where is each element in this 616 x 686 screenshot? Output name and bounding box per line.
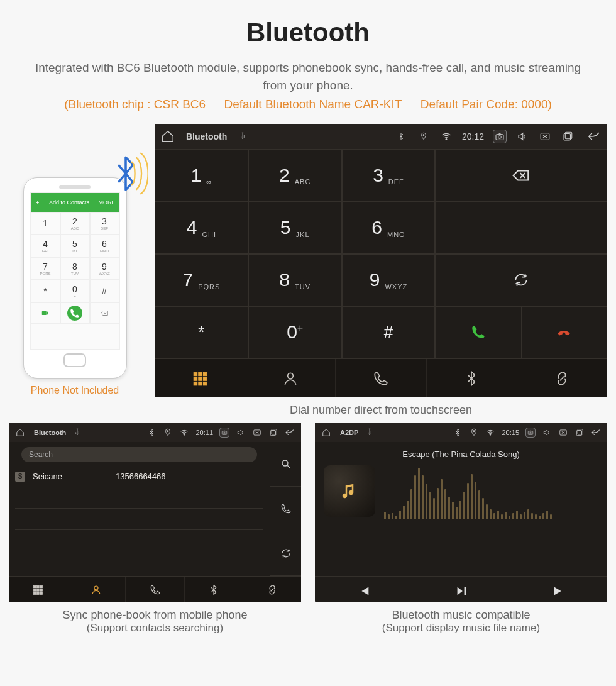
phone-mockup: ＋ Add to Contacts MORE 12ABC3DEF4GHI5JKL… xyxy=(23,177,127,379)
phonebook-caption: Sync phone-book from mobile phone xyxy=(9,609,301,622)
page-spec-line: (Bluetooth chip : CSR BC6 Default Blueto… xyxy=(0,97,616,111)
bluetooth-icon xyxy=(453,428,463,438)
dial-key-6[interactable]: 6MNO xyxy=(342,201,436,253)
volume-button[interactable] xyxy=(236,428,246,438)
screenshot-button[interactable] xyxy=(493,130,507,143)
recents-button[interactable] xyxy=(268,428,278,438)
tab-dialpad[interactable] xyxy=(155,359,245,397)
back-button[interactable] xyxy=(285,428,295,438)
phone-caption: Phone Not Included xyxy=(9,385,141,396)
phone-key-7[interactable]: 7PQRS xyxy=(31,257,60,280)
back-button[interactable] xyxy=(591,428,601,438)
phonebook-app-title: Bluetooth xyxy=(34,429,66,436)
tab-contacts[interactable] xyxy=(67,577,126,602)
hangup-button[interactable] xyxy=(521,307,607,358)
tab-pair[interactable] xyxy=(243,577,301,602)
music-note-icon xyxy=(340,482,359,501)
phone-key-0[interactable]: 0+ xyxy=(60,280,90,302)
home-icon[interactable] xyxy=(321,428,331,438)
phone-key-#[interactable]: # xyxy=(90,280,119,302)
home-icon[interactable] xyxy=(15,428,25,438)
phone-key-5[interactable]: 5JKL xyxy=(60,235,90,257)
location-icon xyxy=(417,130,431,143)
recents-button[interactable] xyxy=(575,428,585,438)
call-contact-button[interactable] xyxy=(270,487,301,531)
contact-row[interactable]: S Seicane 13566664466 xyxy=(15,466,263,487)
contacts-search-input[interactable]: Search xyxy=(21,447,257,462)
dial-key-#[interactable]: # xyxy=(342,306,436,358)
phone-backspace-button[interactable] xyxy=(90,302,119,324)
screenshot-button[interactable] xyxy=(219,428,229,438)
search-button[interactable] xyxy=(270,442,301,487)
phone-call-button[interactable] xyxy=(60,302,90,324)
a2dp-caption-sub: (Support display music file name) xyxy=(315,622,607,634)
dial-key-1[interactable]: 1∞ xyxy=(155,149,248,201)
backspace-button[interactable] xyxy=(436,150,607,201)
tab-bluetooth[interactable] xyxy=(185,577,243,602)
phone-topbar-more: MORE xyxy=(98,199,115,206)
redial-button[interactable] xyxy=(436,255,607,306)
bluetooth-signal-icon xyxy=(104,152,148,196)
volume-button[interactable] xyxy=(515,130,529,143)
dialer-status-bar: Bluetooth 20:12 xyxy=(155,124,607,149)
dial-key-0[interactable]: 0+ xyxy=(248,306,342,358)
tab-call-log[interactable] xyxy=(336,359,426,397)
usb-icon xyxy=(72,428,82,438)
phone-key-8[interactable]: 8TUV xyxy=(60,257,90,280)
dial-key-7[interactable]: 7PQRS xyxy=(155,254,248,306)
phonebook-screen: Bluetooth 20:11 Search xyxy=(9,423,301,602)
spec-chip: (Bluetooth chip : CSR BC6 xyxy=(64,97,206,111)
screenshot-button[interactable] xyxy=(525,428,536,438)
sync-contacts-button[interactable] xyxy=(270,531,301,576)
search-placeholder: Search xyxy=(29,450,53,459)
phone-key-3[interactable]: 3DEF xyxy=(90,212,119,235)
location-icon xyxy=(469,428,479,438)
phone-key-2[interactable]: 2ABC xyxy=(60,212,90,235)
wifi-icon xyxy=(179,428,189,438)
phone-key-6[interactable]: 6MNO xyxy=(90,235,119,257)
phone-key-9[interactable]: 9WXYZ xyxy=(90,257,119,280)
close-button[interactable] xyxy=(252,428,262,438)
tab-bluetooth[interactable] xyxy=(427,359,517,397)
tab-call-log[interactable] xyxy=(126,577,184,602)
clock: 20:12 xyxy=(462,131,484,141)
dial-key-2[interactable]: 2ABC xyxy=(248,149,342,201)
next-track-button[interactable] xyxy=(510,577,607,605)
tab-dialpad[interactable] xyxy=(9,577,67,602)
tab-contacts[interactable] xyxy=(245,359,336,397)
dial-key-9[interactable]: 9WXYZ xyxy=(342,254,436,306)
phone-key-*[interactable]: * xyxy=(31,280,60,302)
back-button[interactable] xyxy=(587,130,601,143)
wifi-icon xyxy=(439,130,453,143)
bluetooth-icon xyxy=(394,130,408,143)
dial-key-5[interactable]: 5JKL xyxy=(248,201,342,253)
close-button[interactable] xyxy=(538,130,552,143)
location-icon xyxy=(163,428,173,438)
phone-home-button[interactable] xyxy=(63,353,86,367)
phone-key-1[interactable]: 1 xyxy=(31,212,60,235)
home-icon[interactable] xyxy=(161,130,175,143)
empty-cell xyxy=(436,202,607,253)
close-button[interactable] xyxy=(558,428,568,438)
recents-button[interactable] xyxy=(561,130,575,143)
visualizer xyxy=(384,463,598,519)
a2dp-caption: Bluetooth music compatible xyxy=(315,609,607,622)
bluetooth-icon xyxy=(146,428,157,438)
prev-track-button[interactable] xyxy=(315,577,412,605)
dialer-screen: Bluetooth 20:12 1∞2ABC3DEF4GHI5JKL6MNO7P… xyxy=(155,124,607,397)
dialer-app-title: Bluetooth xyxy=(186,131,227,141)
volume-button[interactable] xyxy=(542,428,552,438)
dial-key-8[interactable]: 8TUV xyxy=(248,254,342,306)
phone-video-button[interactable] xyxy=(31,302,60,324)
track-title: Escape (The Pina Colada Song) xyxy=(402,450,519,459)
phone-key-4[interactable]: 4GHI xyxy=(31,235,60,257)
tab-pair[interactable] xyxy=(517,359,607,397)
contact-row-empty xyxy=(15,509,263,530)
call-button[interactable] xyxy=(436,307,520,358)
play-pause-button[interactable] xyxy=(412,577,510,605)
phonebook-tabbar xyxy=(9,576,301,602)
dial-key-4[interactable]: 4GHI xyxy=(155,201,248,253)
page-description: Integrated with BC6 Bluetooth module, su… xyxy=(35,59,581,94)
dial-key-*[interactable]: * xyxy=(155,306,248,358)
dial-key-3[interactable]: 3DEF xyxy=(342,149,436,201)
